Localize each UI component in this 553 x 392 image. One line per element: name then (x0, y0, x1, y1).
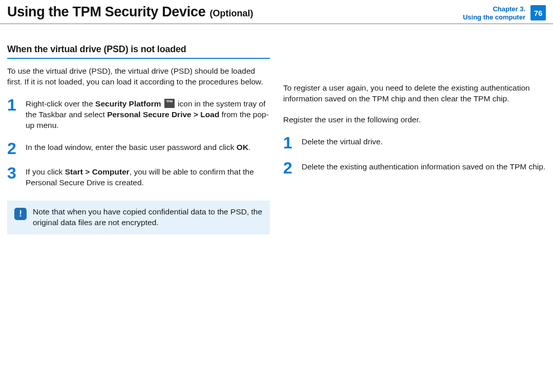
step-number: 1 (7, 98, 18, 131)
text: . (248, 143, 250, 151)
text: If you click (26, 167, 65, 176)
step-1: 1 Delete the virtual drive. (283, 136, 546, 150)
step-2: 2 Delete the existing authentication inf… (283, 161, 546, 176)
note-text: Note that when you have copied confident… (33, 207, 263, 228)
intro-paragraph: To register a user again, you need to de… (283, 83, 546, 104)
note-box: ! Note that when you have copied confide… (7, 201, 270, 234)
alert-icon: ! (14, 208, 27, 220)
step-2: 2 In the load window, enter the basic us… (7, 141, 270, 156)
bold: Personal Secure Drive > Load (107, 110, 219, 119)
title-wrap: Using the TPM Security Device (Optional) (7, 4, 253, 20)
left-column: When the virtual drive (PSD) is not load… (7, 44, 270, 234)
step-3: 3 If you click Start > Computer, you wil… (7, 166, 270, 188)
bold: Start > Computer (65, 167, 130, 176)
bold: OK (237, 143, 248, 151)
chapter-label: Chapter 3. Using the computer (463, 5, 525, 22)
text: Right-click over the (26, 99, 95, 108)
step-body: Delete the virtual drive. (302, 136, 383, 150)
step-number: 3 (7, 166, 18, 188)
text: In the load window, enter the basic user… (26, 143, 237, 151)
section-title: When the virtual drive (PSD) is not load… (7, 44, 270, 59)
page-title-suffix: (Optional) (209, 8, 253, 19)
page-title: Using the TPM Security Device (7, 4, 205, 20)
intro-paragraph: Register the user in the following order… (283, 115, 546, 125)
step-body: Right-click over the Security Platform i… (26, 98, 270, 131)
bold: Security Platform (95, 99, 161, 108)
step-body: In the load window, enter the basic user… (26, 141, 250, 156)
header-right: Chapter 3. Using the computer 76 (463, 4, 553, 22)
tpm-icon (164, 99, 175, 108)
step-number: 2 (7, 141, 18, 156)
right-column: To register a user again, you need to de… (283, 44, 546, 234)
step-1: 1 Right-click over the Security Platform… (7, 98, 270, 131)
page-header: Using the TPM Security Device (Optional)… (0, 0, 553, 27)
step-body: Delete the existing authentication infor… (302, 161, 545, 176)
step-number: 1 (283, 136, 294, 150)
page-number-badge: 76 (530, 5, 546, 20)
content-columns: When the virtual drive (PSD) is not load… (0, 27, 553, 234)
step-number: 2 (283, 161, 294, 176)
header-divider (0, 24, 553, 24)
chapter-line1: Chapter 3. (463, 5, 525, 13)
step-body: If you click Start > Computer, you will … (26, 166, 270, 188)
chapter-line2: Using the computer (463, 13, 525, 21)
intro-paragraph: To use the virtual drive (PSD), the virt… (7, 66, 270, 88)
